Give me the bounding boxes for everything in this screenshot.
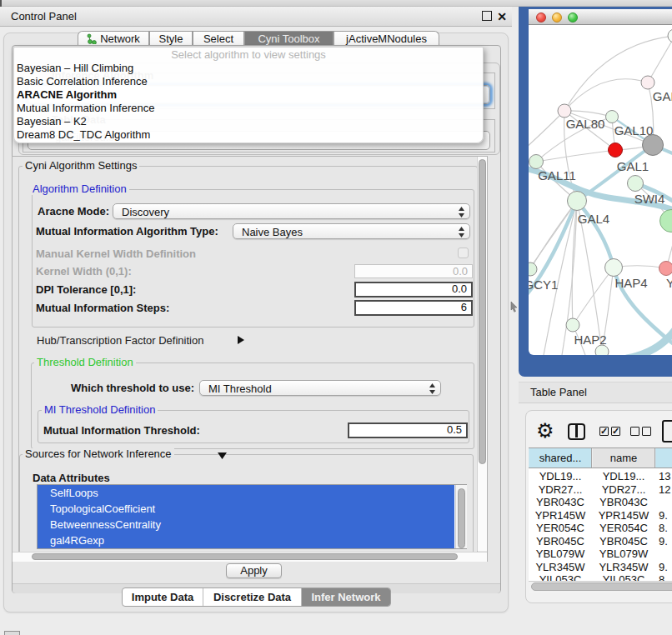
settings-horizontal-scrollbar-thumb[interactable]: [32, 553, 458, 560]
mi-type-value: Naive Bayes: [242, 224, 303, 238]
tab-impute-data[interactable]: Impute Data: [123, 588, 203, 606]
network-node-GAL4[interactable]: [568, 192, 587, 211]
table-horizontal-scrollbar-thumb[interactable]: [531, 582, 672, 591]
network-edge[interactable]: [529, 111, 564, 148]
tab-label: Network: [100, 32, 140, 45]
network-node-HAP4[interactable]: [605, 259, 623, 277]
which-threshold-value: MI Threshold: [208, 381, 272, 395]
column-header[interactable]: name: [592, 448, 655, 468]
network-window-titlebar[interactable]: [529, 9, 672, 25]
network-node-GAL10[interactable]: [606, 111, 619, 123]
column-header[interactable]: shared...: [529, 448, 592, 468]
kernel-width-field[interactable]: 0.0: [354, 264, 473, 278]
algorithm-dropdown-popup: Select algorithm to view settings Bayesi…: [13, 47, 484, 143]
tab-infer-network[interactable]: Infer Network: [302, 588, 390, 606]
network-node-GAL2[interactable]: [641, 76, 654, 89]
node-label-GAL4: GAL4: [578, 212, 609, 226]
network-node-GAL1[interactable]: [609, 143, 623, 158]
node-table[interactable]: shared...nameYDL19...YDL19...13YDR27...Y…: [529, 448, 672, 581]
attributes-scrollbar[interactable]: [455, 485, 467, 548]
tab-style[interactable]: Style: [149, 31, 193, 46]
table-row[interactable]: YBL079WYBL079W: [529, 548, 672, 560]
table-row[interactable]: YBR043CYBR043C: [529, 496, 672, 508]
network-node-gray-node[interactable]: [643, 135, 664, 156]
tab-cyni-toolbox[interactable]: Cyni Toolbox: [244, 31, 333, 46]
minimize-traffic-light[interactable]: [552, 12, 562, 22]
network-node-SWI4[interactable]: [628, 176, 644, 192]
aracne-mode-value: Discovery: [122, 204, 169, 218]
dropdown-item[interactable]: ARACNE Algorithm: [14, 88, 483, 102]
mi-steps-field[interactable]: 6: [354, 300, 473, 316]
attribute-item-selected[interactable]: gal4RGexp: [38, 532, 454, 548]
dropdown-item[interactable]: Basic Correlation Inference: [14, 75, 483, 88]
unchecked-box-icon[interactable]: [630, 427, 639, 436]
network-node-big-green[interactable]: [660, 210, 672, 232]
table-header-row: shared...name: [529, 448, 672, 468]
settings-vertical-scrollbar-thumb[interactable]: [479, 159, 486, 464]
threshold-definition-title: Threshold Definition: [34, 357, 136, 368]
attribute-item-selected[interactable]: SelfLoops: [38, 485, 454, 501]
network-node-GAL80[interactable]: [558, 104, 571, 118]
dpi-tolerance-field[interactable]: 0.0: [354, 282, 473, 298]
node-label-salmon-node: Y: [666, 276, 672, 290]
dropdown-item[interactable]: Bayesian – Hill Climbing: [14, 62, 483, 75]
network-node-HAP2[interactable]: [566, 318, 579, 332]
table-cell: YLR345W: [592, 561, 655, 573]
manual-kernel-checkbox[interactable]: [458, 248, 469, 258]
tab-label: Select: [203, 32, 233, 45]
aracne-mode-combobox[interactable]: Discovery: [113, 203, 470, 219]
document-icon[interactable]: [662, 420, 672, 442]
tab-jactivemnodules[interactable]: jActiveMNodules: [333, 31, 439, 46]
attribute-item-selected[interactable]: TopologicalCoefficient: [38, 501, 454, 517]
table-row[interactable]: YLR345WYLR345W9.: [529, 561, 672, 573]
table-row[interactable]: YER054CYER054C8.: [529, 522, 672, 534]
dropdown-item[interactable]: Bayesian – K2: [14, 115, 483, 128]
column-header[interactable]: [655, 448, 672, 468]
table-row[interactable]: YDR27...YDR27...12: [529, 483, 672, 496]
network-node-GAL11[interactable]: [529, 155, 544, 169]
unchecked-box-icon[interactable]: [642, 427, 651, 436]
table-cell: YBR043C: [592, 496, 655, 508]
tab-discretize-data[interactable]: Discretize Data: [203, 588, 302, 606]
attributes-scrollbar-thumb[interactable]: [458, 488, 465, 548]
taskbar-mini-icon[interactable]: [4, 631, 20, 635]
tab-select[interactable]: Select: [193, 31, 244, 46]
dropdown-item[interactable]: Dream8 DC_TDC Algorithm: [14, 128, 483, 142]
mi-type-combobox[interactable]: Naive Bayes: [233, 223, 470, 239]
table-cell: YDR27...: [529, 483, 592, 496]
network-node-salmon-node[interactable]: [659, 262, 672, 276]
table-row[interactable]: YIL053CYIL053C8.: [529, 573, 672, 581]
which-threshold-combobox[interactable]: MI Threshold: [199, 380, 441, 396]
split-columns-icon[interactable]: [568, 423, 585, 440]
attribute-item-selected[interactable]: BetweennessCentrality: [38, 517, 454, 532]
gear-icon[interactable]: ⚙: [536, 421, 554, 441]
network-edge[interactable]: [648, 37, 672, 82]
table-row[interactable]: YDL19...YDL19...13: [529, 470, 672, 482]
collapse-down-icon[interactable]: [217, 452, 228, 460]
mi-threshold-field[interactable]: 0.5: [348, 422, 468, 438]
close-traffic-light[interactable]: [536, 12, 546, 22]
network-node-bottom-node[interactable]: [595, 345, 609, 355]
data-attributes-list[interactable]: SelfLoopsTopologicalCoefficientBetweenne…: [37, 484, 467, 549]
tab-network[interactable]: Network: [78, 31, 149, 46]
network-canvas[interactable]: GAL2GAL80GAL10GAL1GAL11SWI4GAL4HAP4YGCY1…: [529, 25, 672, 355]
network-node-corner-node[interactable]: [668, 29, 672, 42]
checked-box-icon[interactable]: ✓: [611, 427, 620, 436]
table-cell: 12: [655, 483, 672, 496]
network-edge[interactable]: [564, 79, 648, 111]
network-node-GCY1[interactable]: [529, 262, 537, 276]
table-row[interactable]: YPR145WYPR145W9.: [529, 509, 672, 522]
table-row[interactable]: YBR045CYBR045C9.: [529, 535, 672, 548]
close-icon[interactable]: ✕: [495, 7, 509, 27]
dropdown-item[interactable]: Mutual Information Inference: [14, 102, 483, 115]
dropdown-placeholder[interactable]: Select algorithm to view settings: [14, 48, 483, 62]
checked-box-icon[interactable]: ✓: [599, 427, 609, 436]
zoom-traffic-light[interactable]: [568, 12, 578, 22]
float-window-icon[interactable]: [482, 11, 492, 21]
expand-right-icon[interactable]: [237, 335, 245, 345]
table-cell: [655, 548, 672, 560]
application-window: Control Panel ✕ NetworkStyleSelectCyni T…: [0, 0, 672, 635]
network-edge-highlighted[interactable]: [627, 322, 672, 355]
network-edge[interactable]: [529, 201, 577, 275]
apply-button[interactable]: Apply: [226, 563, 282, 578]
